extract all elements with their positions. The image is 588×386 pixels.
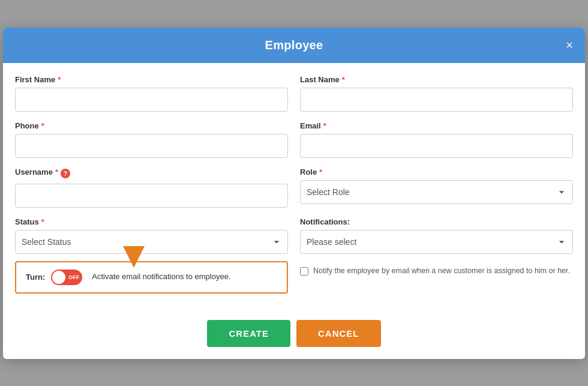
- notifications-group: Notifications: Please select: [300, 217, 573, 254]
- phone-group: Phone*: [15, 121, 288, 158]
- notifications-label: Notifications:: [300, 217, 573, 226]
- bottom-row: Turn: OFF Activate email notifications t…: [15, 261, 573, 303]
- phone-label: Phone*: [15, 121, 288, 130]
- notify-checkbox[interactable]: [300, 267, 308, 276]
- toggle-wrapper: Turn: OFF: [26, 270, 82, 285]
- role-select[interactable]: Select Role: [300, 180, 573, 204]
- close-button[interactable]: ×: [563, 39, 575, 51]
- email-required: *: [323, 121, 326, 130]
- last-name-label: Last Name*: [300, 75, 573, 84]
- last-name-required: *: [342, 75, 345, 84]
- email-group: Email*: [300, 121, 573, 158]
- toggle-section: Turn: OFF Activate email notifications t…: [15, 261, 288, 294]
- role-required: *: [319, 167, 322, 176]
- status-label: Status*: [15, 217, 288, 226]
- toggle-description: Activate email notifications to employee…: [92, 271, 230, 282]
- modal-body: First Name* Last Name* Phone*: [3, 63, 585, 314]
- status-notifications-row: Status* Select Status Notifications:: [15, 217, 573, 254]
- help-icon[interactable]: ?: [61, 169, 70, 178]
- modal-header: Employee ×: [3, 28, 585, 63]
- email-input[interactable]: [300, 134, 573, 158]
- toggle-off-label: OFF: [68, 274, 79, 280]
- last-name-input[interactable]: [300, 88, 573, 112]
- phone-input[interactable]: [15, 134, 288, 158]
- toggle-track: OFF: [51, 270, 82, 285]
- username-label: Username*: [15, 167, 58, 176]
- toggle-switch[interactable]: OFF: [51, 270, 82, 285]
- username-label-row: Username* ?: [15, 167, 288, 180]
- username-group: Username* ?: [15, 167, 288, 208]
- username-input[interactable]: [15, 184, 288, 208]
- toggle-knob: [52, 271, 65, 284]
- first-name-label: First Name*: [15, 75, 288, 84]
- toggle-turn-label: Turn:: [26, 273, 45, 282]
- email-label: Email*: [300, 121, 573, 130]
- first-name-group: First Name*: [15, 75, 288, 112]
- name-row: First Name* Last Name*: [15, 75, 573, 112]
- cancel-button[interactable]: CANCEL: [296, 320, 381, 347]
- notifications-select[interactable]: Please select: [300, 230, 573, 254]
- notify-checkbox-row: Notify the employee by email when a new …: [300, 261, 573, 277]
- create-button[interactable]: CREATE: [207, 320, 290, 347]
- role-label: Role*: [300, 167, 573, 176]
- employee-modal: Employee × First Name* Last Name*: [3, 28, 585, 359]
- username-required: *: [55, 167, 58, 176]
- first-name-input[interactable]: [15, 88, 288, 112]
- notify-text: Notify the employee by email when a new …: [313, 266, 570, 277]
- modal-overlay: Employee × First Name* Last Name*: [0, 0, 588, 386]
- username-role-row: Username* ? Role* Select Role: [15, 167, 573, 208]
- status-select[interactable]: Select Status: [15, 230, 288, 254]
- modal-title: Employee: [265, 38, 323, 52]
- modal-footer: CREATE CANCEL: [3, 314, 585, 359]
- status-group: Status* Select Status: [15, 217, 288, 254]
- phone-required: *: [41, 121, 44, 130]
- first-name-required: *: [58, 75, 61, 84]
- phone-email-row: Phone* Email*: [15, 121, 573, 158]
- status-required: *: [41, 217, 44, 226]
- last-name-group: Last Name*: [300, 75, 573, 112]
- role-group: Role* Select Role: [300, 167, 573, 208]
